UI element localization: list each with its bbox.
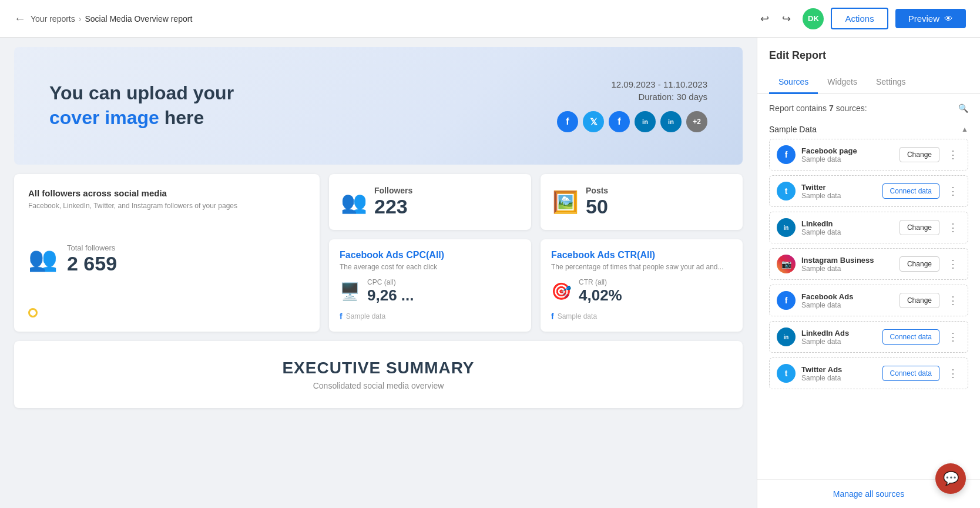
avatar[interactable]: DK [803, 8, 824, 29]
source-icon: f [777, 291, 796, 310]
social-icon-linkedin[interactable]: in [635, 111, 656, 132]
ctr-value: 4,02% [579, 286, 622, 305]
executive-summary: EXECUTIVE SUMMARY Consolidated social me… [14, 341, 743, 408]
total-followers-value: 2 659 [67, 252, 117, 275]
followers-value: 223 [374, 195, 412, 218]
cover-image-word: cover image [49, 107, 159, 128]
source-item: f Facebook page Sample data Change ⋮ [769, 139, 968, 171]
cover-section: You can upload your cover image here 12.… [14, 47, 743, 165]
source-more-button[interactable]: ⋮ [945, 294, 961, 307]
total-followers-label: Total followers [67, 243, 117, 252]
cover-date: 12.09.2023 - 11.10.2023 [557, 79, 707, 89]
posts-icon: 🖼️ [552, 190, 579, 215]
source-more-button[interactable]: ⋮ [945, 185, 961, 198]
redo-button[interactable]: ↪ [777, 10, 796, 28]
chat-button[interactable]: 💬 [935, 463, 966, 494]
cover-line1: You can upload your [49, 82, 234, 103]
cover-text-block: You can upload your cover image here [49, 81, 557, 130]
source-sub: Sample data [801, 228, 894, 236]
cpc-footer-icon: f [340, 312, 343, 321]
source-more-button[interactable]: ⋮ [945, 148, 961, 161]
cpc-icon: 🖥️ [340, 282, 360, 301]
source-items-container: f Facebook page Sample data Change ⋮ t T… [769, 139, 968, 389]
sources-count-suffix: sources: [836, 103, 867, 113]
source-name: LinkedIn Ads [801, 329, 877, 337]
source-action-button[interactable]: Connect data [882, 183, 939, 199]
header-left: ← Your reports › Social Media Overview r… [14, 12, 192, 25]
tab-sources[interactable]: Sources [769, 71, 818, 94]
source-sub: Sample data [801, 192, 877, 200]
ctr-footer: f Sample data [551, 312, 732, 321]
source-name: Facebook Ads [801, 292, 894, 301]
preview-icon: 👁 [944, 14, 953, 24]
undo-button[interactable]: ↩ [756, 10, 774, 28]
source-more-button[interactable]: ⋮ [945, 330, 961, 343]
source-action-button[interactable]: Change [900, 256, 939, 272]
cover-date-block: 12.09.2023 - 11.10.2023 Duration: 30 day… [557, 79, 707, 132]
right-top-col: 👥 Followers 223 Facebook Ads CPC(All) Th… [329, 174, 531, 332]
cpc-footer: f Sample data [340, 312, 521, 321]
ctr-card: Facebook Ads CTR(All) The percentage of … [541, 239, 743, 332]
source-icon: f [777, 145, 796, 164]
breadcrumb: Your reports › Social Media Overview rep… [31, 14, 192, 24]
source-icon: in [777, 218, 796, 237]
sources-count-num: 7 [829, 103, 834, 113]
source-sub: Sample data [801, 301, 894, 309]
main-layout: You can upload your cover image here 12.… [0, 38, 980, 508]
sources-search-icon[interactable]: 🔍 [958, 103, 968, 113]
header: ← Your reports › Social Media Overview r… [0, 0, 980, 38]
cpc-sub-label: CPC (all) [367, 278, 414, 286]
source-icon: t [777, 364, 796, 383]
all-followers-sub: Facebook, LinkedIn, Twitter, and Instagr… [28, 202, 306, 210]
header-right: ↩ ↪ DK Actions Preview 👁 [756, 8, 966, 29]
source-action-button[interactable]: Change [900, 293, 939, 308]
breadcrumb-current: Social Media Overview report [85, 14, 192, 24]
social-icons-row: f 𝕏 f in in +2 [557, 111, 707, 132]
source-action-button[interactable]: Change [900, 147, 939, 162]
source-item: 📷 Instagram Business Sample data Change … [769, 248, 968, 280]
source-action-button[interactable]: Connect data [882, 329, 939, 345]
source-sub: Sample data [801, 337, 877, 346]
social-icon-linkedin2[interactable]: in [660, 111, 682, 132]
source-info: Twitter Sample data [801, 183, 877, 200]
source-info: LinkedIn Sample data [801, 219, 894, 236]
tab-settings[interactable]: Settings [867, 71, 915, 94]
chevron-up-icon: ▲ [961, 125, 968, 133]
ctr-footer-icon: f [551, 312, 554, 321]
posts-card: 🖼️ Posts 50 [541, 174, 743, 230]
panel-tabs: Sources Widgets Settings [757, 71, 980, 94]
breadcrumb-separator: › [79, 14, 82, 24]
preview-button[interactable]: Preview 👁 [895, 9, 966, 28]
source-name: Twitter [801, 183, 877, 192]
breadcrumb-link[interactable]: Your reports [31, 14, 75, 24]
sample-data-group[interactable]: Sample Data ▲ [769, 120, 968, 139]
source-more-button[interactable]: ⋮ [945, 258, 961, 270]
ctr-title: Facebook Ads CTR(All) [551, 250, 732, 260]
social-icon-twitter[interactable]: 𝕏 [583, 111, 604, 132]
source-icon: t [777, 182, 796, 200]
source-more-button[interactable]: ⋮ [945, 221, 961, 234]
social-icon-more[interactable]: +2 [686, 111, 707, 132]
followers-card: 👥 Followers 223 [329, 174, 531, 230]
all-followers-card: All followers across social media Facebo… [14, 174, 320, 332]
back-button[interactable]: ← [14, 12, 26, 25]
panel-body: Report contains 7 sources: 🔍 Sample Data… [757, 94, 980, 479]
group-label: Sample Data [769, 125, 817, 134]
source-action-button[interactable]: Change [900, 220, 939, 235]
posts-value: 50 [586, 195, 608, 218]
actions-button[interactable]: Actions [831, 8, 888, 29]
tab-widgets[interactable]: Widgets [818, 71, 867, 94]
undo-redo-group: ↩ ↪ [756, 10, 796, 28]
social-icon-facebook[interactable]: f [557, 111, 578, 132]
source-more-button[interactable]: ⋮ [945, 367, 961, 380]
social-icon-facebook2[interactable]: f [609, 111, 630, 132]
source-icon: 📷 [777, 255, 796, 273]
stats-grid: All followers across social media Facebo… [14, 174, 743, 332]
source-icon: in [777, 327, 796, 346]
sources-count: Report contains 7 sources: 🔍 [769, 103, 968, 113]
source-name: Facebook page [801, 146, 894, 155]
right-panel: Edit Report Sources Widgets Settings Rep… [757, 38, 980, 508]
source-item: f Facebook Ads Sample data Change ⋮ [769, 285, 968, 316]
source-item: t Twitter Ads Sample data Connect data ⋮ [769, 357, 968, 389]
source-action-button[interactable]: Connect data [882, 366, 939, 381]
